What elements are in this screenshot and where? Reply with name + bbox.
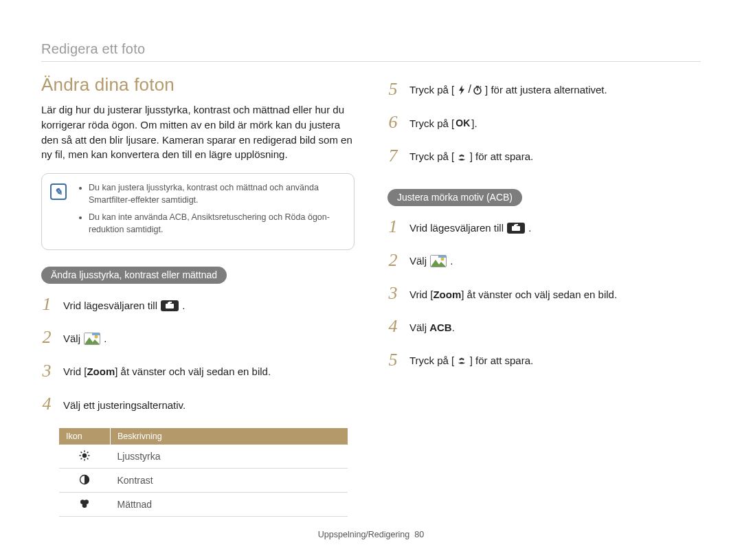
columns: Ändra dina foton Lär dig hur du justerar… [41, 74, 701, 522]
step: 2 Välj . [387, 248, 701, 273]
right-column: 5 Tryck på [ / ] för att justera alterna… [387, 74, 701, 522]
left-column: Ändra dina foton Lär dig hur du justerar… [41, 74, 355, 522]
svg-line-12 [81, 451, 82, 453]
text: ] åt vänster och välj sedan en bild. [115, 366, 271, 377]
cell-icon [59, 468, 111, 492]
text: Vrid lägesväljaren till [409, 222, 506, 234]
step-number: 3 [387, 281, 398, 306]
step-text: Vrid lägesväljaren till . [409, 219, 701, 235]
step-text: Tryck på [OK]. [409, 115, 701, 131]
text: Tryck på [ [409, 117, 454, 129]
step-text: Tryck på [ ] för att spara. [409, 148, 701, 164]
steps-acb: 1 Vrid lägesväljaren till . 2 Välj [387, 214, 701, 372]
subsection-pill-acb: Justera mörka motiv (ACB) [387, 189, 522, 206]
step-text: Vrid lägesväljaren till . [63, 297, 355, 313]
svg-rect-25 [512, 226, 520, 231]
ok-button-label: OK [456, 117, 470, 131]
step-text: Tryck på [ / ] för att justera alternati… [409, 81, 701, 98]
step: 1 Vrid lägesväljaren till . [41, 292, 355, 317]
step-number: 2 [41, 325, 52, 350]
svg-line-24 [480, 86, 481, 87]
text: Välj [409, 322, 429, 333]
svg-line-15 [87, 451, 89, 453]
table-row: Ljusstyrka [59, 445, 348, 469]
zoom-label: Zoom [433, 289, 461, 300]
text: ] åt vänster och välj sedan en bild. [461, 289, 617, 300]
page-header: Redigera ett foto [41, 41, 701, 57]
mode-dial-icon [507, 223, 525, 234]
table-header-desc: Beskrivning [111, 428, 348, 445]
mode-dial-icon [161, 300, 179, 311]
text: Välj [409, 255, 429, 267]
text: Vrid [ [409, 289, 433, 300]
step: 4 Välj ett justeringsalternativ. [41, 392, 355, 416]
step: 3 Vrid [Zoom] åt vänster och välj sedan … [41, 359, 355, 383]
brightness-icon [78, 449, 91, 462]
text: Tryck på [ [409, 150, 454, 162]
step-number: 6 [387, 110, 398, 135]
note-icon: ✎ [50, 183, 67, 200]
text: Vrid [ [63, 366, 87, 377]
step: 6 Tryck på [OK]. [387, 110, 701, 135]
cell-desc: Mättnad [111, 492, 348, 516]
step: 4 Välj ACB. [387, 314, 701, 339]
note-box: ✎ Du kan justera ljusstyrka, kontrast oc… [41, 173, 355, 250]
step-text: Tryck på [ ] för att spara. [409, 352, 701, 368]
text: . [528, 222, 531, 234]
svg-line-14 [81, 458, 82, 459]
section-title: Ändra dina foton [41, 74, 355, 96]
svg-line-13 [87, 458, 89, 459]
svg-rect-0 [166, 304, 174, 309]
text: Vrid lägesväljaren till [63, 300, 160, 311]
contrast-icon [78, 473, 91, 486]
footer: Uppspelning/Redigering 80 [41, 522, 701, 539]
step: 1 Vrid lägesväljaren till . [387, 214, 701, 239]
note-item: Du kan justera ljusstyrka, kontrast och … [89, 182, 344, 206]
step: 3 Vrid [Zoom] åt vänster och välj sedan … [387, 281, 701, 306]
text: . [104, 333, 106, 344]
step-text: Välj . [63, 330, 355, 346]
step-number: 3 [41, 359, 52, 383]
adjustment-table: Ikon Beskrivning Ljusstyrka [59, 428, 348, 517]
svg-rect-31 [438, 256, 446, 258]
svg-point-5 [95, 335, 98, 339]
edit-photo-icon [84, 333, 100, 345]
table-row: Kontrast [59, 468, 348, 492]
cell-desc: Ljusstyrka [111, 445, 348, 469]
svg-point-7 [82, 453, 87, 457]
step-number: 7 [387, 144, 398, 168]
steps-adjust-continued: 5 Tryck på [ / ] för att justera alterna… [387, 77, 701, 168]
footer-section: Uppspelning/Redigering [318, 530, 409, 539]
cell-desc: Kontrast [111, 468, 348, 492]
table-row: Mättnad [59, 492, 348, 516]
step-text: Vrid [Zoom] åt vänster och välj sedan en… [409, 286, 701, 302]
step-number: 5 [387, 348, 398, 372]
text: ]. [471, 117, 477, 129]
text: Tryck på [ [409, 84, 454, 96]
text: Tryck på [ [409, 355, 454, 366]
step-number: 2 [387, 248, 398, 273]
note-item: Du kan inte använda ACB, Ansiktsretusche… [89, 212, 344, 236]
saturation-icon [78, 497, 91, 510]
svg-rect-2 [169, 302, 172, 303]
zoom-label: Zoom [87, 366, 115, 377]
edit-photo-icon [430, 255, 447, 267]
text: . [182, 300, 185, 311]
footer-page-number: 80 [414, 530, 424, 539]
intro-paragraph: Lär dig hur du justerar ljusstyrka, kont… [41, 102, 355, 162]
text: ] för att justera alternativet. [485, 84, 607, 96]
acb-label: ACB [429, 322, 452, 333]
cell-icon [59, 445, 111, 469]
step: 5 Tryck på [ ] för att spara. [387, 348, 701, 372]
step-text: Välj ACB. [409, 319, 701, 335]
svg-rect-27 [515, 224, 519, 225]
flash-icon [457, 85, 466, 95]
page: Redigera ett foto Ändra dina foton Lär d… [0, 0, 742, 560]
macro-flower-icon [457, 153, 466, 162]
table-header-icon: Ikon [59, 428, 111, 445]
text: ] för att spara. [470, 355, 534, 366]
step-text: Välj ett justeringsalternativ. [63, 396, 355, 412]
step: 2 Välj . [41, 325, 355, 350]
steps-adjust: 1 Vrid lägesväljaren till . 2 Välj [41, 292, 355, 417]
step-number: 1 [387, 214, 398, 239]
